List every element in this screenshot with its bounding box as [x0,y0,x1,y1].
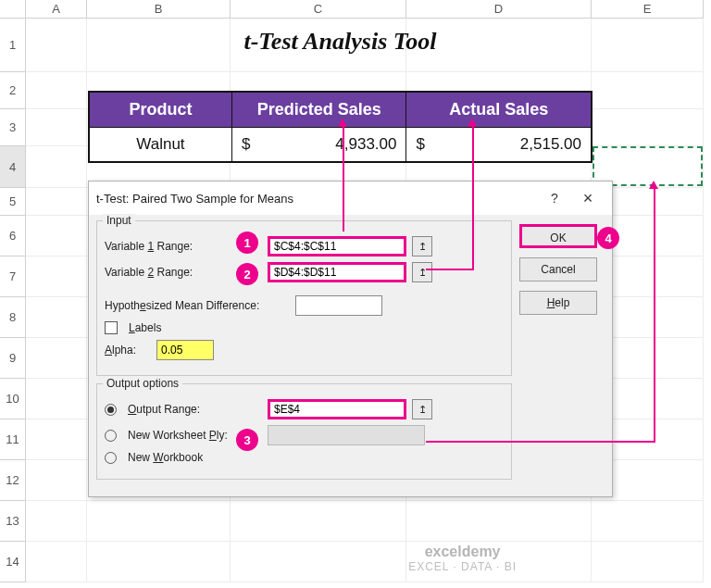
callout-2: 2 [236,263,258,285]
new-workbook-label: New Workbook [128,451,203,464]
cell-actual[interactable]: $ 2,515.00 [406,128,591,161]
ttest-dialog: t-Test: Paired Two Sample for Means ? × … [88,181,613,497]
output-fieldset: Output options Output Range: ↥ New Works… [96,383,512,480]
table-row: Walnut $ 4,933.00 $ 2,515.00 [90,127,591,161]
table-header[interactable]: Predicted Sales [232,93,407,127]
arrow-2c [472,144,474,269]
select-all-corner[interactable] [0,0,26,19]
dialog-right-pane: OK Cancel Help [519,220,605,487]
row-header[interactable]: 13 [0,501,26,542]
variable1-row: Variable 1 Range: ↥ [105,236,504,256]
row-header[interactable]: 2 [0,72,26,109]
callout-4: 4 [597,227,619,249]
new-workbook-radio[interactable] [105,452,117,464]
output-legend: Output options [103,377,182,390]
table-header[interactable]: Actual Sales [406,93,591,127]
callout-1: 1 [236,231,258,254]
variable2-input[interactable] [268,262,406,282]
callout-3: 3 [236,429,258,451]
hypothesized-input[interactable] [295,295,382,316]
refedit-icon[interactable]: ↥ [412,262,432,282]
input-legend: Input [103,214,135,227]
column-header[interactable]: C [231,0,406,19]
spreadsheet: A B C D E 1 2 3 4 5 6 7 8 9 10 11 12 13 … [0,0,711,588]
dialog-body: Input Variable 1 Range: ↥ Variable 2 Ran… [89,215,612,496]
column-header[interactable]: B [87,0,231,19]
row-header[interactable]: 11 [0,419,26,460]
cell-product[interactable]: Walnut [90,128,232,161]
new-worksheet-radio[interactable] [105,430,117,442]
row-header[interactable]: 3 [0,109,26,146]
dialog-titlebar[interactable]: t-Test: Paired Two Sample for Means ? × [89,181,612,215]
labels-checkbox[interactable] [105,321,118,334]
column-header[interactable]: E [592,0,704,19]
watermark: exceldemy EXCEL · DATA · BI [408,544,517,573]
row-header[interactable]: 12 [0,460,26,501]
hypothesized-row: Hypothesized Mean Difference: [105,295,504,316]
watermark-brand: exceldemy [408,544,517,560]
row-header[interactable]: 7 [0,256,26,297]
row-header[interactable]: 8 [0,297,26,338]
currency-value: 2,515.00 [520,135,581,154]
arrowhead-2 [468,119,477,127]
labels-row: Labels [105,321,504,334]
help-icon[interactable]: ? [538,187,571,209]
alpha-input[interactable] [156,340,214,360]
currency-symbol: $ [416,135,433,154]
arrowhead-3 [649,181,658,189]
new-workbook-row: New Workbook [105,451,504,464]
row-header[interactable]: 1 [0,19,26,72]
arrow-3a [426,441,655,443]
data-table: Product Predicted Sales Actual Sales Wal… [88,91,592,163]
column-header[interactable]: D [406,0,592,19]
table-header[interactable]: Product [90,93,232,127]
new-worksheet-input[interactable] [268,425,425,445]
currency-value: 4,933.00 [335,135,396,154]
arrow-3b [654,188,655,441]
arrow-2b [426,269,474,270]
alpha-row: Alpha: [105,340,504,360]
row-header[interactable]: 9 [0,338,26,379]
variable2-row: Variable 2 Range: ↥ [105,262,504,282]
arrow-1 [343,126,344,231]
watermark-tagline: EXCEL · DATA · BI [408,560,517,573]
column-headers: A B C D E [0,0,711,19]
variable1-input[interactable] [268,236,406,256]
row-header[interactable]: 5 [0,188,26,216]
dialog-left-pane: Input Variable 1 Range: ↥ Variable 2 Ran… [96,220,512,487]
cancel-button[interactable]: Cancel [519,257,597,281]
output-range-row: Output Range: ↥ [105,399,504,419]
row-header[interactable]: 6 [0,216,26,256]
ok-button[interactable]: OK [519,224,597,248]
column-header[interactable]: A [26,0,87,19]
close-icon[interactable]: × [571,187,605,209]
currency-symbol: $ [242,135,259,154]
output-range-radio[interactable] [105,404,117,416]
arrow-2 [472,126,474,144]
arrowhead-1 [338,119,347,127]
row-headers: 1 2 3 4 5 6 7 8 9 10 11 12 13 14 [0,19,26,582]
help-button[interactable]: Help [519,291,597,315]
refedit-icon[interactable]: ↥ [412,399,432,419]
refedit-icon[interactable]: ↥ [412,236,432,256]
row-header[interactable]: 10 [0,379,26,419]
output-range-input[interactable] [268,399,406,419]
labels-label: Labels [129,321,161,334]
input-fieldset: Input Variable 1 Range: ↥ Variable 2 Ran… [96,220,512,376]
output-range-label: Output Range: [128,403,262,416]
row-header[interactable]: 4 [0,146,26,188]
row-header[interactable]: 14 [0,542,26,582]
hypothesized-label: Hypothesized Mean Difference: [105,299,290,312]
cell-predicted[interactable]: $ 4,933.00 [232,128,407,161]
alpha-label: Alpha: [105,344,151,357]
page-title: t-Test Analysis Tool [88,28,592,56]
